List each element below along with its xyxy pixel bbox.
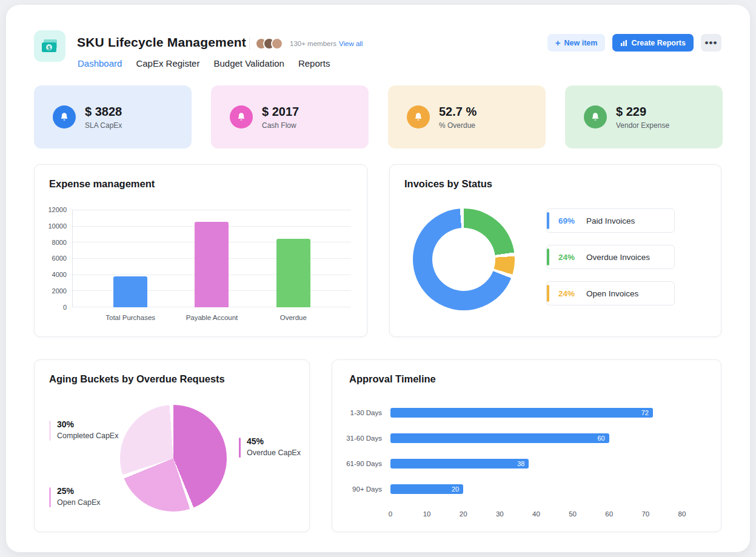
x-tick-label: 20 [460, 510, 467, 518]
category-label: 31-60 Days [343, 435, 390, 442]
approval-hbar-chart: 1-30 Days7231-60 Days6061-90 Days3890+ D… [343, 400, 682, 502]
donut-hole [432, 228, 495, 291]
x-tick-label: 30 [496, 510, 504, 518]
page-title: SKU Lifecycle Management [77, 35, 246, 50]
more-options-button[interactable]: ••• [701, 34, 721, 52]
x-tick-label: Overdue [257, 314, 330, 321]
hbar-row-1-30-days: 1-30 Days72 [343, 400, 682, 425]
card-title: Expense management [49, 178, 155, 190]
avatar[interactable] [271, 38, 283, 50]
pie-name: Completed CapEx [57, 432, 118, 440]
kpi-label: % Overdue [439, 121, 477, 130]
kpi-text: $ 3828SLA CapEx [85, 105, 122, 130]
kpi-value: $ 3828 [85, 105, 122, 119]
x-tick-label: Payable Account [175, 314, 248, 321]
bar-track: 38 [390, 459, 682, 469]
legend-label: Open Invoices [586, 289, 638, 298]
bell-icon [413, 112, 424, 122]
bar-total-purchases [113, 276, 147, 307]
x-axis-labels: Total PurchasesPayable AccountOverdue [73, 314, 351, 321]
pie-name: Overdue CapEx [247, 449, 301, 457]
pie-name: Open CapEx [57, 498, 101, 507]
bar-value: 38 [517, 460, 524, 467]
legend-percent: 24% [558, 253, 580, 262]
dollar-note-icon: $ [39, 36, 60, 56]
hbar-row-90-days: 90+ Days20 [343, 476, 682, 502]
bar-value: 60 [598, 435, 605, 442]
pie-tick [49, 487, 51, 507]
category-label: 61-90 Days [343, 460, 390, 467]
kpi-value: $ 2017 [262, 105, 299, 119]
pie-label-completed-capex: 30% Completed CapEx [49, 419, 118, 440]
nav-tabs: DashboardCapEx RegisterBudget Validation… [78, 58, 330, 68]
bell-icon [236, 112, 247, 122]
legend-label: Overdue Invoices [586, 253, 650, 262]
kpi-value: $ 229 [616, 105, 669, 119]
kpi-text: $ 229Vendor Expense [616, 105, 669, 130]
view-all-link[interactable]: View all [339, 40, 363, 47]
pie-label-open-capex: 25% Open CapEx [49, 486, 101, 507]
bars [73, 210, 351, 307]
tab-capex-register[interactable]: CapEx Register [136, 58, 199, 68]
aging-buckets-card: Aging Buckets by Overdue Requests 30% Co… [34, 359, 310, 532]
bar-chart-icon [620, 39, 627, 47]
kpi-card-sla-capex: $ 3828SLA CapEx [34, 85, 192, 148]
kpi-row: $ 3828SLA CapEx$ 2017Cash Flow52.7 %% Ov… [34, 85, 723, 148]
tab-budget-validation[interactable]: Budget Validation [213, 58, 284, 68]
legend-accent-bar [547, 248, 549, 265]
expense-management-card: Expense management 120001000080006000400… [34, 164, 367, 337]
card-title: Aging Buckets by Overdue Requests [49, 373, 225, 385]
create-reports-button[interactable]: Create Reports [612, 34, 694, 52]
member-avatars[interactable] [255, 38, 283, 50]
legend-label: Paid Invoices [586, 216, 635, 225]
x-tick-label: Total Purchases [94, 314, 167, 321]
category-label: 1-30 Days [343, 409, 390, 416]
tab-dashboard[interactable]: Dashboard [78, 58, 122, 68]
hbar-row-61-90-days: 61-90 Days38 [343, 451, 682, 476]
bell-icon [53, 105, 76, 128]
plot-area: Total PurchasesPayable AccountOverdue [72, 210, 351, 307]
pie-tick [239, 438, 241, 458]
pie-chart [120, 405, 227, 512]
x-tick-label: 80 [678, 510, 686, 518]
bar-payable-account [195, 222, 229, 307]
pie-label-overdue-capex: 45% Overdue CapEx [239, 436, 301, 457]
bar-value: 72 [641, 409, 649, 416]
plus-icon: + [555, 38, 561, 47]
category-label: 90+ Days [343, 485, 390, 493]
x-tick-label: 40 [532, 510, 540, 518]
bar-61-90-days: 38 [390, 459, 529, 469]
x-tick-label: 70 [641, 510, 649, 518]
expense-bar-chart: 120001000080006000400020000 Total Purcha… [45, 210, 351, 307]
app-logo: $ [34, 30, 65, 62]
x-tick-label: 0 [389, 510, 392, 518]
members-count: 130+ members [290, 40, 336, 47]
bar-31-60-days: 60 [390, 433, 609, 443]
kpi-card-vendor-expense: $ 229Vendor Expense [565, 85, 723, 148]
divider [249, 38, 250, 50]
bell-icon [59, 112, 70, 122]
new-item-label: New item [564, 39, 597, 47]
legend-percent: 24% [558, 289, 580, 298]
kpi-label: Cash Flow [262, 121, 299, 130]
legend-item-open-invoices: 24%Open Invoices [546, 281, 675, 305]
x-axis: 01020304050607080 [390, 510, 682, 519]
kpi-value: 52.7 % [439, 105, 477, 119]
create-reports-label: Create Reports [631, 39, 686, 47]
bar-track: 72 [390, 408, 682, 418]
bar-90-days: 20 [390, 484, 463, 494]
bell-icon [590, 112, 601, 122]
pie-percent: 30% [57, 419, 118, 429]
new-item-button[interactable]: + New item [547, 34, 606, 52]
bell-icon [584, 105, 607, 128]
invoices-by-status-card: Invoices by Status 69%Paid Invoices24%Ov… [389, 164, 721, 337]
bar-track: 60 [390, 433, 682, 443]
bell-icon [230, 105, 253, 128]
hbar-row-31-60-days: 31-60 Days60 [343, 425, 682, 451]
x-tick-label: 60 [605, 510, 613, 518]
tab-reports[interactable]: Reports [298, 58, 330, 68]
bell-icon [407, 105, 430, 128]
legend-item-paid-invoices: 69%Paid Invoices [546, 208, 675, 233]
header-actions: + New item Create Reports ••• [547, 34, 721, 52]
bar-overdue [276, 239, 310, 307]
